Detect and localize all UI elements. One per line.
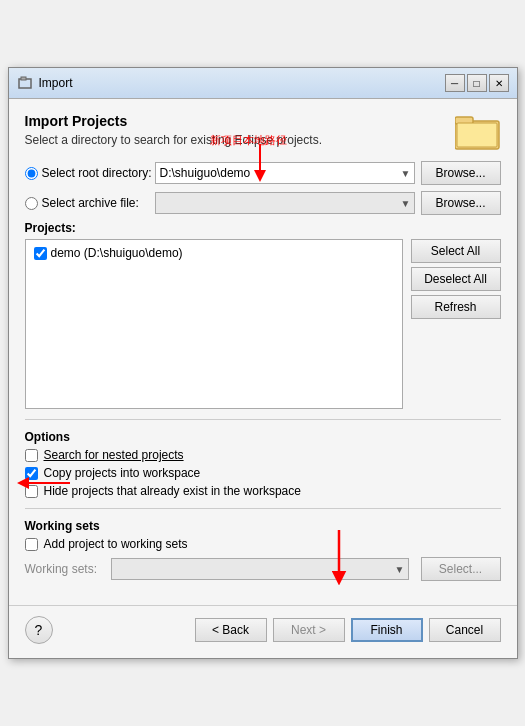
archive-file-row: Select archive file: ▼ Browse... — [25, 191, 501, 215]
add-working-sets-row: Add project to working sets — [25, 537, 501, 551]
search-nested-row: Search for nested projects — [25, 448, 501, 462]
divider-1 — [25, 419, 501, 420]
copy-row-wrapper: Copy projects into workspace — [25, 466, 501, 480]
folder-icon — [455, 113, 501, 154]
root-directory-dropdown[interactable]: ▼ — [155, 162, 415, 184]
working-sets-row: Working sets: ▼ Select... — [25, 557, 501, 581]
annotation-wrapper: 新项目本地路径 Select root directory: — [25, 161, 501, 215]
working-sets-select-button[interactable]: Select... — [421, 557, 501, 581]
finish-button[interactable]: Finish — [351, 618, 423, 642]
window-title: Import — [39, 76, 73, 90]
title-bar-buttons: ─ □ ✕ — [445, 74, 509, 92]
root-directory-input[interactable] — [155, 162, 415, 184]
project-item: demo (D:\shuiguo\demo) — [30, 244, 398, 262]
copy-workspace-row: Copy projects into workspace — [25, 466, 501, 480]
root-directory-radio[interactable] — [25, 167, 38, 180]
archive-file-input[interactable] — [155, 192, 415, 214]
title-bar: Import ─ □ ✕ — [9, 68, 517, 99]
divider-2 — [25, 508, 501, 509]
archive-file-dropdown[interactable]: ▼ — [155, 192, 415, 214]
hide-existing-checkbox[interactable] — [25, 485, 38, 498]
close-button[interactable]: ✕ — [489, 74, 509, 92]
footer-left: ? — [25, 616, 53, 644]
search-nested-label: Search for nested projects — [44, 448, 184, 462]
root-directory-row: Select root directory: ▼ Browse... — [25, 161, 501, 185]
svg-rect-4 — [457, 123, 497, 147]
copy-workspace-label: Copy projects into workspace — [44, 466, 201, 480]
sets-label: Working sets: — [25, 562, 105, 576]
working-sets-dropdown[interactable]: ▼ — [111, 558, 409, 580]
working-sets-label: Working sets — [25, 519, 501, 533]
options-section: Options Search for nested projects — [25, 430, 501, 498]
minimize-button[interactable]: ─ — [445, 74, 465, 92]
search-nested-checkbox[interactable] — [25, 449, 38, 462]
refresh-button[interactable]: Refresh — [411, 295, 501, 319]
header-area: Import Projects Select a directory to se… — [25, 113, 501, 147]
copy-workspace-checkbox[interactable] — [25, 467, 38, 480]
add-working-sets-label: Add project to working sets — [44, 537, 188, 551]
hide-existing-row: Hide projects that already exist in the … — [25, 484, 501, 498]
options-label: Options — [25, 430, 501, 444]
projects-container: demo (D:\shuiguo\demo) Select All Desele… — [25, 239, 501, 409]
archive-file-radio-label[interactable]: Select archive file: — [25, 196, 155, 210]
browse-button-1[interactable]: Browse... — [421, 161, 501, 185]
root-directory-radio-label[interactable]: Select root directory: — [25, 166, 155, 180]
page-title: Import Projects — [25, 113, 501, 129]
hide-existing-label: Hide projects that already exist in the … — [44, 484, 301, 498]
cancel-button[interactable]: Cancel — [429, 618, 501, 642]
folder-svg — [455, 113, 501, 151]
page-subtitle: Select a directory to search for existin… — [25, 133, 501, 147]
add-working-sets-checkbox[interactable] — [25, 538, 38, 551]
browse-button-2[interactable]: Browse... — [421, 191, 501, 215]
back-button[interactable]: < Back — [195, 618, 267, 642]
project-checkbox[interactable] — [34, 247, 47, 260]
projects-list: demo (D:\shuiguo\demo) — [25, 239, 403, 409]
svg-rect-1 — [21, 77, 26, 80]
maximize-button[interactable]: □ — [467, 74, 487, 92]
import-window: Import ─ □ ✕ Import Projects Select a di… — [8, 67, 518, 659]
help-button[interactable]: ? — [25, 616, 53, 644]
archive-file-radio[interactable] — [25, 197, 38, 210]
select-all-button[interactable]: Select All — [411, 239, 501, 263]
projects-label: Projects: — [25, 221, 501, 235]
project-name: demo (D:\shuiguo\demo) — [51, 246, 183, 260]
next-button[interactable]: Next > — [273, 618, 345, 642]
window-icon — [17, 75, 33, 91]
projects-buttons: Select All Deselect All Refresh — [411, 239, 501, 409]
footer-buttons: ? < Back Next > Finish Cancel — [9, 605, 517, 658]
title-bar-left: Import — [17, 75, 73, 91]
working-sets-section: Working sets Add project to working sets… — [25, 519, 501, 581]
working-sets-input — [111, 558, 409, 580]
content-area: Import Projects Select a directory to se… — [9, 99, 517, 605]
deselect-all-button[interactable]: Deselect All — [411, 267, 501, 291]
footer-right: < Back Next > Finish Cancel — [195, 618, 501, 642]
